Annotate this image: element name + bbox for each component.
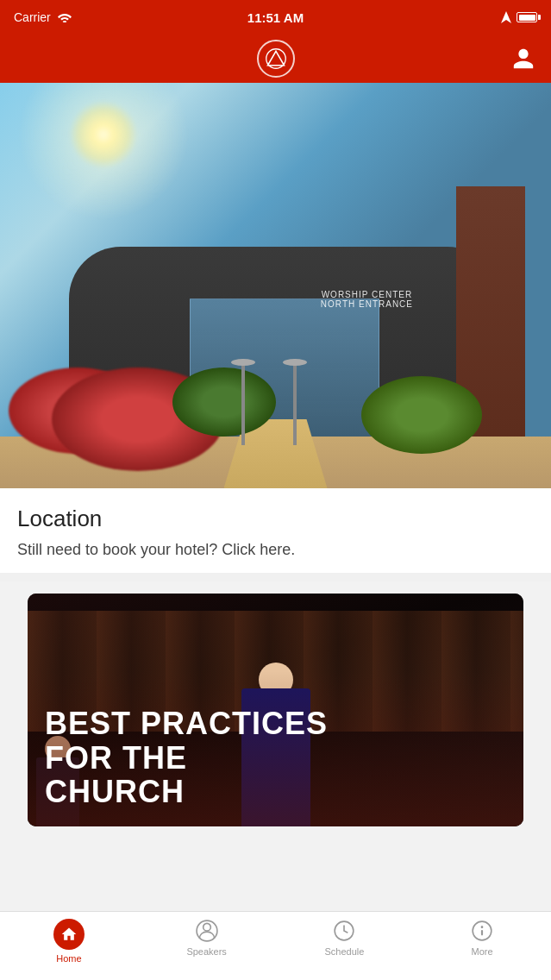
tab-more[interactable]: More <box>413 919 551 957</box>
shrub-3 <box>172 368 276 437</box>
svg-marker-1 <box>267 51 284 65</box>
tab-home[interactable]: Home <box>0 919 138 964</box>
home-icon <box>60 926 78 943</box>
building-sign: WORSHIP CENTER NORTH ENTRANCE <box>321 290 413 309</box>
shrub-4 <box>361 376 482 454</box>
status-bar: Carrier 11:51 AM <box>0 0 551 35</box>
more-tab-icon <box>470 919 494 943</box>
building-sign-line1: WORSHIP CENTER <box>321 290 413 299</box>
schedule-tab-icon <box>332 919 356 943</box>
more-tab-label: More <box>472 946 493 957</box>
app-header <box>0 35 551 83</box>
landscape <box>0 333 551 488</box>
speakers-tab-icon <box>195 919 219 943</box>
wifi-icon <box>58 12 72 22</box>
more-icon <box>471 920 493 942</box>
video-title-line1: BEST PRACTICES <box>45 707 506 741</box>
video-section: BEST PRACTICES FOR THE CHURCH <box>0 581 551 826</box>
tab-bar: Home Speakers Schedule <box>0 911 551 980</box>
building-sign-line2: NORTH ENTRANCE <box>321 299 413 309</box>
profile-button[interactable] <box>510 45 537 72</box>
tab-schedule[interactable]: Schedule <box>276 919 414 957</box>
home-tab-label: Home <box>56 953 81 964</box>
battery-icon <box>517 12 537 22</box>
status-left: Carrier <box>14 10 72 24</box>
location-icon <box>501 11 511 23</box>
location-title: Location <box>17 506 534 532</box>
schedule-icon <box>333 920 355 942</box>
speakers-tab-label: Speakers <box>186 946 226 957</box>
video-title-line2: FOR THE <box>45 741 506 776</box>
hero-image: WORSHIP CENTER NORTH ENTRANCE <box>0 83 551 488</box>
section-divider <box>0 573 551 581</box>
app-logo[interactable] <box>257 40 295 78</box>
logo-icon <box>265 47 287 70</box>
video-text-overlay: BEST PRACTICES FOR THE CHURCH <box>45 707 506 809</box>
lamp-post-1 <box>241 359 245 445</box>
svg-point-2 <box>203 923 210 931</box>
status-time: 11:51 AM <box>247 10 304 25</box>
location-section: Location Still need to book your hotel? … <box>0 488 551 573</box>
speakers-icon <box>196 920 218 942</box>
svg-point-8 <box>482 927 483 927</box>
home-circle <box>53 919 85 950</box>
video-title-line3: CHURCH <box>45 775 506 809</box>
lamp-post-2 <box>293 359 297 445</box>
carrier-label: Carrier <box>14 10 51 24</box>
tab-speakers[interactable]: Speakers <box>138 919 276 957</box>
schedule-tab-label: Schedule <box>324 946 364 957</box>
video-card[interactable]: BEST PRACTICES FOR THE CHURCH <box>28 594 523 826</box>
profile-icon <box>511 47 535 71</box>
location-subtitle[interactable]: Still need to book your hotel? Click her… <box>17 541 534 559</box>
sun-effect <box>69 100 138 169</box>
status-right <box>501 11 537 23</box>
